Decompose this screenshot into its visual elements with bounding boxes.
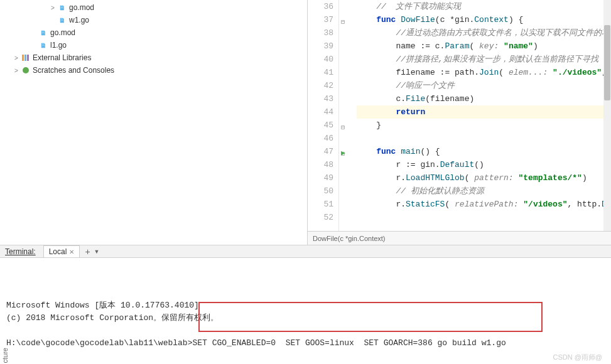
chevron-icon[interactable]: > (13, 67, 20, 74)
sidebar-tab-label[interactable]: cture (0, 346, 10, 364)
terminal-header: Terminal: Local ✕ + ▼ (0, 245, 611, 258)
code-content[interactable]: // 文件下载功能实现 func DowFile(c *gin.Context)… (352, 0, 611, 231)
close-icon[interactable]: ✕ (69, 249, 74, 255)
tree-label: External Libraries (33, 53, 91, 62)
go-file-icon: 🗎 (39, 41, 48, 50)
terminal-line (6, 350, 605, 362)
terminal-line: (c) 2018 Microsoft Corporation。保留所有权利。 (6, 312, 605, 324)
svg-rect-0 (22, 55, 24, 61)
tree-label: w1.go (69, 16, 89, 24)
library-icon (21, 53, 30, 62)
chevron-icon[interactable]: > (13, 54, 20, 62)
tree-item-external-libraries[interactable]: >External Libraries (0, 51, 307, 64)
fold-icon[interactable]: ⊟ (341, 121, 345, 134)
terminal-title[interactable]: Terminal: (5, 247, 36, 256)
chevron-icon[interactable] (30, 41, 38, 49)
chevron-icon[interactable] (49, 16, 57, 24)
tree-item-w1-go[interactable]: 🗎w1.go (0, 14, 307, 26)
breadcrumb-text: DowFile(c *gin.Context) (313, 235, 386, 242)
terminal-dropdown-icon[interactable]: ▼ (94, 249, 100, 255)
run-gutter-icon[interactable]: ▶ (341, 147, 345, 160)
svg-rect-1 (24, 55, 26, 61)
terminal-line (6, 324, 605, 337)
tree-item-go-mod[interactable]: 🗎go.mod (0, 26, 307, 39)
scrollbar-thumb[interactable] (604, 25, 610, 100)
terminal-line: Microsoft Windows [版本 10.0.17763.4010] (6, 299, 605, 312)
chevron-icon[interactable] (30, 29, 38, 36)
terminal-panel: Terminal: Local ✕ + ▼ Microsoft Windows … (0, 245, 611, 363)
scratch-icon (21, 66, 30, 75)
go-file-icon: 🗎 (58, 3, 67, 12)
tree-item-scratches-and-consoles[interactable]: >Scratches and Consoles (0, 64, 307, 77)
svg-rect-2 (27, 55, 29, 61)
breadcrumb[interactable]: DowFile(c *gin.Context) (308, 231, 611, 245)
fold-gutter[interactable]: ⊟⊟⊟▶ (339, 0, 352, 231)
terminal-line: H:\code\gocode\gocodelab\lab11\weblab>SE… (6, 337, 605, 350)
project-tree[interactable]: >🗎go.mod🗎w1.go🗎go.mod🗎l1.go>External Lib… (0, 0, 308, 245)
tree-item-go-mod[interactable]: >🗎go.mod (0, 1, 307, 14)
terminal-output[interactable]: Microsoft Windows [版本 10.0.17763.4010](c… (0, 258, 611, 364)
tree-label: l1.go (50, 41, 67, 50)
vertical-scrollbar[interactable] (603, 0, 611, 231)
add-terminal-button[interactable]: + (85, 247, 90, 257)
fold-icon[interactable]: ⊟ (341, 16, 345, 29)
tree-label: Scratches and Consoles (33, 66, 114, 75)
tree-label: go.mod (69, 3, 94, 12)
svg-point-3 (23, 67, 29, 73)
terminal-tab-label: Local (49, 247, 67, 256)
code-editor[interactable]: 3637383940414243444546474849505152 ⊟⊟⊟▶ … (308, 0, 611, 245)
tree-item-l1-go[interactable]: 🗎l1.go (0, 39, 307, 51)
watermark: CSDN @雨师@ (553, 353, 602, 362)
go-file-icon: 🗎 (39, 28, 48, 37)
tree-label: go.mod (50, 28, 75, 37)
line-gutter: 3637383940414243444546474849505152 (308, 0, 339, 231)
chevron-icon[interactable]: > (49, 4, 57, 11)
go-file-icon: 🗎 (58, 16, 67, 24)
terminal-tab-local[interactable]: Local ✕ (43, 245, 80, 257)
